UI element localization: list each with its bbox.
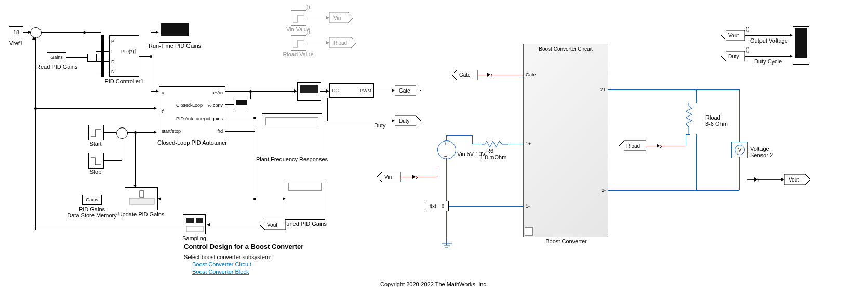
from-vout-scope[interactable]: Vout	[721, 30, 745, 41]
svg-rect-7	[186, 226, 203, 232]
label-tuned-gains: Tuned PID Gains	[281, 221, 329, 227]
resistor-rload[interactable]	[684, 103, 692, 134]
pid-expr: PID(z)∫	[121, 49, 136, 54]
label-duty-cycle: Duty Cycle	[754, 58, 782, 65]
pid-port-n: N	[111, 69, 115, 74]
boost-converter-subsystem[interactable]: Boost Converter Circuit Gate 1+ 1- 2+ 2-	[523, 44, 608, 237]
wireless-icon: ))	[746, 47, 750, 53]
label-rload-val: 3-6 Ohm	[705, 121, 728, 127]
step-stop[interactable]	[88, 153, 104, 169]
subsystem-badge-icon	[525, 227, 533, 236]
label-start: Start	[86, 140, 105, 147]
port-1m: 1-	[526, 203, 530, 209]
mux-pid-inputs[interactable]	[101, 35, 104, 77]
label-update-gains: Update PID Gains	[117, 211, 165, 217]
sum-startstop[interactable]	[116, 127, 128, 139]
goto-vout[interactable]: Vout	[784, 174, 810, 185]
controlled-voltage-source[interactable]	[437, 140, 456, 159]
subtitle: Select boost converter subsystem:	[184, 254, 271, 260]
simulink-diagram: 18 Vref1 Gains Read PID Gains P I D N PI…	[0, 0, 868, 308]
dc-to-pwm[interactable]: DC PWM	[329, 83, 374, 98]
svg-rect-1	[140, 191, 144, 197]
tag-duty-text: Duty	[399, 118, 410, 124]
pid-port-d: D	[111, 59, 115, 65]
autotuner-u: u	[162, 90, 164, 95]
label-vref1: Vref1	[9, 40, 23, 46]
label-plant-resp: Plant Frequency Responses	[255, 156, 329, 162]
pid-controller[interactable]: P I D N PID(z)∫	[109, 35, 139, 77]
tuned-pid-gains[interactable]	[285, 179, 325, 220]
from-gate[interactable]: Gate	[452, 70, 478, 80]
from-gate-text: Gate	[459, 72, 471, 78]
autotuner-out1: u+Δu	[212, 90, 223, 95]
duty-wire-label: Duty	[374, 122, 386, 129]
from-rload[interactable]: Rload	[619, 140, 646, 151]
update-pid-gains[interactable]	[125, 187, 158, 210]
wireless-icon: ))	[306, 29, 310, 35]
datastore-memory[interactable]: Gains	[82, 195, 102, 205]
port-gate: Gate	[526, 72, 536, 78]
autotuner-out4: frd	[217, 129, 223, 134]
plant-freq-responses[interactable]	[262, 113, 322, 155]
autotuner-y: y	[162, 108, 164, 113]
pid-label: PID Controller1	[102, 78, 146, 84]
svg-rect-6	[196, 218, 203, 223]
wireless-icon: ))	[306, 4, 310, 10]
step-start[interactable]	[88, 125, 104, 140]
pwm-preview[interactable]	[297, 82, 321, 101]
electrical-ground[interactable]	[440, 239, 453, 251]
scope-runtime-gains[interactable]	[159, 21, 191, 43]
autotuner-out2: % conv	[207, 102, 223, 108]
tag-rload-text: Rload	[333, 40, 347, 46]
goto-vout-text: Vout	[789, 177, 799, 183]
from-vin-text: Vin	[384, 174, 392, 180]
link-circuit[interactable]: Boost Converter Circuit	[192, 261, 251, 267]
scope-output[interactable]	[793, 26, 809, 65]
demux-gains[interactable]	[87, 54, 97, 62]
solver-config[interactable]: f(x) = 0	[425, 201, 449, 211]
autotuner-mid2: PID Autotuner	[176, 116, 205, 121]
goto-duty[interactable]: Duty	[395, 116, 421, 126]
label-rload-value: Rload Value	[283, 51, 314, 57]
pid-port-p: P	[111, 38, 114, 44]
vin-step[interactable]	[291, 10, 306, 26]
label-dsm2: Data Store Memory	[66, 212, 117, 219]
closed-loop-autotuner[interactable]: u y start/stop u+Δu % conv Closed-Loop P…	[159, 86, 225, 138]
from-vin[interactable]: Vin	[377, 172, 401, 182]
from-rload-text: Rload	[626, 143, 640, 149]
port-2m: 2-	[602, 188, 606, 193]
label-rload-name: Rload	[705, 114, 720, 121]
svg-marker-8	[329, 12, 353, 23]
constant-vref1[interactable]: 18	[9, 26, 23, 38]
datastore-read[interactable]: Gains	[47, 52, 66, 62]
svg-rect-5	[186, 218, 194, 223]
label-read-gains: Read PID Gains	[36, 63, 77, 70]
autotuner-mid: Closed-Loop	[176, 102, 203, 108]
pid-port-i: I	[111, 49, 113, 54]
autotuner-out3: pid gains	[204, 116, 223, 121]
tag-vin-text: Vin	[333, 15, 341, 21]
wireless-icon: ))	[746, 26, 750, 32]
from-duty-scope[interactable]: Duty	[721, 51, 745, 61]
sampling-block[interactable]	[183, 214, 206, 234]
label-stop: Stop	[86, 169, 105, 175]
goto-rload[interactable]: Rload	[329, 37, 356, 48]
label-sampling: Sampling	[178, 235, 211, 241]
tag-gate-text: Gate	[399, 88, 410, 94]
autotuner-ss: start/stop	[162, 129, 181, 134]
port-1p: 1+	[526, 141, 531, 146]
link-block[interactable]: Boost Converter Block	[192, 268, 249, 275]
label-runtime-gains: Run-Time PID Gains	[149, 43, 201, 49]
goto-gate[interactable]: Gate	[395, 85, 421, 96]
svg-rect-0	[129, 198, 154, 204]
from-vout-scope-text: Vout	[728, 33, 739, 38]
from-vout[interactable]: Vout	[260, 220, 286, 230]
resistor-r6[interactable]	[482, 140, 508, 149]
scope-conv[interactable]	[234, 98, 249, 111]
voltage-sensor[interactable]: V	[731, 142, 748, 158]
goto-vin[interactable]: Vin	[329, 12, 353, 23]
label-output-voltage: Output Voltage	[750, 37, 788, 44]
rload-step[interactable]	[291, 35, 306, 51]
label-vsensor: Voltage Sensor 2	[750, 146, 775, 158]
circuit-title: Boost Converter Circuit	[524, 46, 608, 52]
